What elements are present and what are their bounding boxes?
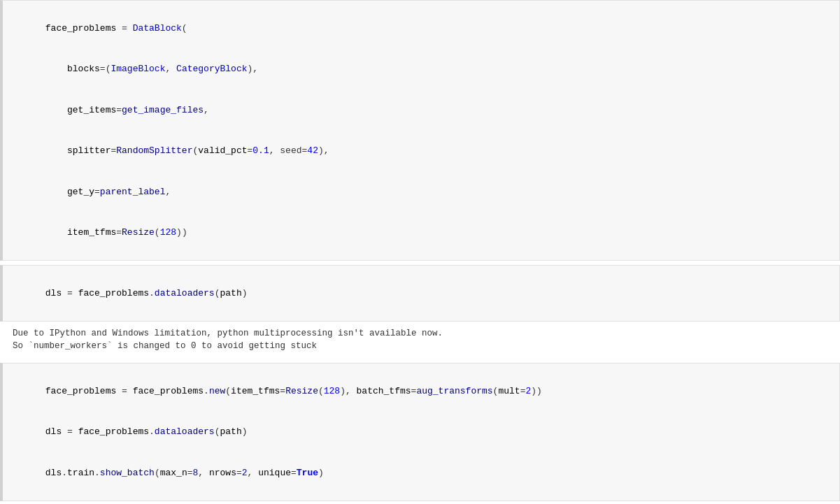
- code-token: , seed: [269, 145, 302, 156]
- code-token: face_problems: [78, 288, 149, 298]
- code-token: ): [242, 288, 248, 298]
- code-token: item_tfms: [45, 227, 116, 238]
- code-token: new: [209, 386, 225, 396]
- code-token: face_problems: [78, 426, 149, 437]
- output-cell-2: Due to IPython and Windows limitation, p…: [0, 501, 840, 505]
- code-token: .: [204, 386, 209, 396]
- code-cell-3[interactable]: face_problems = face_problems.new(item_t…: [0, 363, 840, 501]
- code-token: face_problems: [133, 386, 204, 396]
- code-token: =: [236, 468, 242, 478]
- code-token: mult: [498, 386, 520, 396]
- code-token: ,: [165, 187, 171, 197]
- code-token: item_tfms: [231, 386, 280, 396]
- code-token: batch_tfms: [357, 386, 411, 396]
- code-token: get_items: [45, 105, 116, 115]
- code-token: blocks: [45, 64, 100, 74]
- code-token: .: [149, 426, 155, 437]
- code-token: dls: [45, 288, 62, 298]
- code-line: splitter=RandomSplitter(valid_pct=0.1, s…: [13, 131, 830, 172]
- code-line: dls = face_problems.dataloaders(path): [13, 273, 830, 314]
- code-token: (: [155, 468, 160, 478]
- code-token: (: [215, 426, 220, 437]
- code-token: 128: [324, 386, 340, 396]
- code-token: ): [242, 426, 248, 437]
- code-token: 42: [307, 145, 318, 156]
- code-token: =: [116, 23, 132, 34]
- code-line: get_items=get_image_files,: [13, 89, 830, 131]
- code-token: ,: [165, 64, 176, 74]
- code-token: ,: [198, 468, 209, 478]
- output-text-1: Due to IPython and Windows limitation, p…: [13, 327, 830, 354]
- code-token: 2: [242, 468, 248, 478]
- notebook-container: face_problems = DataBlock( blocks=(Image…: [0, 0, 840, 504]
- code-line: item_tfms=Resize(128)): [13, 213, 830, 254]
- code-token: nrows: [209, 468, 236, 478]
- code-token: aug_transforms: [416, 386, 492, 396]
- code-token: ,: [204, 105, 209, 115]
- code-token: 0.1: [252, 145, 269, 156]
- code-token: (: [155, 227, 160, 238]
- code-token: =: [94, 187, 100, 197]
- code-token: ImageBlock: [111, 64, 165, 74]
- code-token: dataloaders: [155, 288, 215, 298]
- code-token: RandomSplitter: [116, 145, 192, 156]
- code-token: .: [62, 468, 67, 478]
- code-token: get_y: [45, 187, 94, 197]
- code-token: =: [116, 227, 122, 238]
- code-token: )): [531, 386, 542, 396]
- code-token: max_n: [160, 468, 187, 478]
- code-token: =: [62, 426, 78, 437]
- code-token: unique: [258, 468, 291, 478]
- code-token: =: [100, 64, 106, 74]
- output-cell-1: Due to IPython and Windows limitation, p…: [0, 322, 840, 359]
- code-token: dls: [45, 426, 62, 437]
- code-token: =: [62, 288, 78, 298]
- code-token: dataloaders: [155, 426, 215, 437]
- code-line: get_y=parent_label,: [13, 171, 830, 213]
- code-token: (: [182, 23, 187, 34]
- code-token: path: [220, 288, 242, 298]
- code-line: blocks=(ImageBlock, CategoryBlock),: [13, 49, 830, 90]
- code-token: face_problems: [45, 386, 116, 396]
- code-token: parent_label: [100, 187, 166, 197]
- code-token: show_batch: [100, 468, 155, 478]
- code-cell-2[interactable]: dls = face_problems.dataloaders(path): [0, 265, 840, 322]
- code-token: =: [116, 386, 132, 396]
- code-token: valid_pct: [198, 145, 247, 156]
- code-token: )): [176, 227, 187, 238]
- code-token: =: [116, 105, 122, 115]
- code-token: ),: [340, 386, 356, 396]
- code-token: ,: [248, 468, 259, 478]
- code-token: path: [220, 426, 242, 437]
- code-token: get_image_files: [122, 105, 204, 115]
- code-token: face_problems: [45, 23, 116, 34]
- code-token: (: [225, 386, 231, 396]
- code-token: =: [280, 386, 285, 396]
- code-token: (: [318, 386, 324, 396]
- code-token: train: [67, 468, 94, 478]
- code-token: (: [215, 288, 220, 298]
- code-token: =: [187, 468, 193, 478]
- code-token: ),: [318, 145, 329, 156]
- code-token: ): [318, 468, 324, 478]
- code-token: CategoryBlock: [176, 64, 247, 74]
- code-token: ),: [248, 64, 259, 74]
- code-token: DataBlock: [133, 23, 182, 34]
- code-token: True: [297, 468, 318, 478]
- code-token: splitter: [45, 145, 111, 156]
- code-line: dls = face_problems.dataloaders(path): [13, 412, 830, 453]
- code-line: dls.train.show_batch(max_n=8, nrows=2, u…: [13, 452, 830, 494]
- code-token: Resize: [122, 227, 155, 238]
- code-token: .: [94, 468, 100, 478]
- code-token: =: [291, 468, 297, 478]
- code-line: face_problems = DataBlock(: [13, 8, 830, 49]
- code-cell-1[interactable]: face_problems = DataBlock( blocks=(Image…: [0, 0, 840, 261]
- code-token: dls: [45, 468, 62, 478]
- code-token: 128: [160, 227, 176, 238]
- code-token: .: [149, 288, 155, 298]
- code-token: Resize: [285, 386, 318, 396]
- code-line: face_problems = face_problems.new(item_t…: [13, 370, 830, 412]
